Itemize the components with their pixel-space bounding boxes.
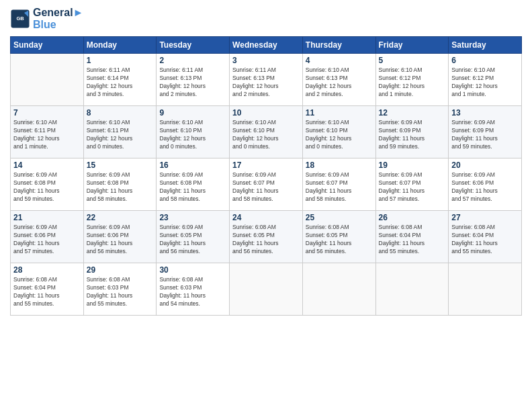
day-info: Sunrise: 6:10 AM Sunset: 6:11 PM Dayligh…	[87, 119, 154, 151]
calendar-cell	[449, 263, 522, 316]
calendar-cell	[302, 263, 375, 316]
day-info: Sunrise: 6:08 AM Sunset: 6:04 PM Dayligh…	[379, 224, 446, 256]
day-number: 19	[379, 161, 446, 170]
day-number: 23	[159, 213, 226, 222]
page-container: GB General► Blue SundayMondayTuesdayWedn…	[0, 0, 532, 322]
day-number: 4	[306, 56, 373, 65]
calendar-cell: 24Sunrise: 6:08 AM Sunset: 6:05 PM Dayli…	[230, 211, 303, 263]
day-info: Sunrise: 6:11 AM Sunset: 6:14 PM Dayligh…	[87, 66, 154, 99]
calendar-cell: 4Sunrise: 6:10 AM Sunset: 6:13 PM Daylig…	[302, 54, 375, 106]
calendar-cell: 13Sunrise: 6:09 AM Sunset: 6:09 PM Dayli…	[449, 106, 522, 158]
day-number: 13	[451, 108, 519, 118]
day-info: Sunrise: 6:11 AM Sunset: 6:13 PM Dayligh…	[232, 66, 300, 99]
day-number: 6	[451, 56, 519, 65]
day-number: 25	[306, 213, 373, 222]
day-number: 26	[379, 213, 446, 222]
day-number: 14	[13, 161, 81, 170]
calendar-cell: 25Sunrise: 6:08 AM Sunset: 6:05 PM Dayli…	[302, 211, 375, 263]
day-number: 2	[159, 56, 226, 65]
day-info: Sunrise: 6:09 AM Sunset: 6:07 PM Dayligh…	[379, 171, 446, 203]
day-info: Sunrise: 6:08 AM Sunset: 6:03 PM Dayligh…	[87, 276, 154, 308]
calendar-cell: 22Sunrise: 6:09 AM Sunset: 6:06 PM Dayli…	[83, 211, 157, 263]
day-number: 9	[159, 108, 226, 118]
calendar-cell: 10Sunrise: 6:10 AM Sunset: 6:10 PM Dayli…	[230, 106, 303, 158]
day-info: Sunrise: 6:10 AM Sunset: 6:12 PM Dayligh…	[451, 66, 519, 99]
calendar-cell	[11, 54, 84, 106]
day-info: Sunrise: 6:09 AM Sunset: 6:06 PM Dayligh…	[87, 224, 154, 256]
day-info: Sunrise: 6:08 AM Sunset: 6:03 PM Dayligh…	[159, 276, 226, 308]
calendar-header: SundayMondayTuesdayWednesdayThursdayFrid…	[11, 37, 522, 54]
calendar-cell: 26Sunrise: 6:08 AM Sunset: 6:04 PM Dayli…	[375, 211, 449, 263]
day-number: 3	[232, 56, 300, 65]
header-row: SundayMondayTuesdayWednesdayThursdayFrid…	[11, 37, 522, 54]
day-info: Sunrise: 6:11 AM Sunset: 6:13 PM Dayligh…	[159, 66, 226, 99]
calendar-cell: 1Sunrise: 6:11 AM Sunset: 6:14 PM Daylig…	[83, 54, 157, 106]
calendar-cell: 2Sunrise: 6:11 AM Sunset: 6:13 PM Daylig…	[157, 54, 230, 106]
day-number: 22	[87, 213, 154, 222]
day-number: 11	[306, 108, 373, 118]
day-number: 5	[379, 56, 446, 65]
calendar-cell: 12Sunrise: 6:09 AM Sunset: 6:09 PM Dayli…	[375, 106, 449, 158]
day-number: 17	[232, 161, 300, 170]
day-number: 7	[13, 108, 81, 118]
day-number: 1	[87, 56, 154, 65]
calendar-week-row: 28Sunrise: 6:08 AM Sunset: 6:04 PM Dayli…	[11, 263, 522, 316]
calendar-cell: 27Sunrise: 6:08 AM Sunset: 6:04 PM Dayli…	[449, 211, 522, 263]
calendar-cell: 16Sunrise: 6:09 AM Sunset: 6:08 PM Dayli…	[157, 158, 230, 211]
calendar-week-row: 21Sunrise: 6:09 AM Sunset: 6:06 PM Dayli…	[11, 211, 522, 263]
calendar-cell: 11Sunrise: 6:10 AM Sunset: 6:10 PM Dayli…	[302, 106, 375, 158]
calendar-cell: 14Sunrise: 6:09 AM Sunset: 6:08 PM Dayli…	[11, 158, 84, 211]
calendar-cell: 5Sunrise: 6:10 AM Sunset: 6:12 PM Daylig…	[375, 54, 449, 106]
day-info: Sunrise: 6:10 AM Sunset: 6:10 PM Dayligh…	[159, 119, 226, 151]
day-info: Sunrise: 6:10 AM Sunset: 6:11 PM Dayligh…	[13, 119, 81, 151]
day-info: Sunrise: 6:10 AM Sunset: 6:12 PM Dayligh…	[379, 66, 446, 99]
day-info: Sunrise: 6:09 AM Sunset: 6:07 PM Dayligh…	[306, 171, 373, 203]
header: GB General► Blue	[10, 7, 522, 31]
day-info: Sunrise: 6:10 AM Sunset: 6:10 PM Dayligh…	[306, 119, 373, 151]
calendar-body: 1Sunrise: 6:11 AM Sunset: 6:14 PM Daylig…	[11, 54, 522, 316]
day-info: Sunrise: 6:09 AM Sunset: 6:08 PM Dayligh…	[13, 171, 81, 203]
day-info: Sunrise: 6:09 AM Sunset: 6:09 PM Dayligh…	[451, 119, 519, 151]
calendar-cell: 19Sunrise: 6:09 AM Sunset: 6:07 PM Dayli…	[375, 158, 449, 211]
logo: GB General► Blue	[10, 7, 83, 31]
day-number: 28	[13, 265, 81, 275]
day-number: 12	[379, 108, 446, 118]
day-number: 27	[451, 213, 519, 222]
calendar-cell: 17Sunrise: 6:09 AM Sunset: 6:07 PM Dayli…	[230, 158, 303, 211]
calendar-cell	[230, 263, 303, 316]
calendar-week-row: 1Sunrise: 6:11 AM Sunset: 6:14 PM Daylig…	[11, 54, 522, 106]
calendar-cell: 15Sunrise: 6:09 AM Sunset: 6:08 PM Dayli…	[83, 158, 157, 211]
weekday-header: Monday	[83, 37, 157, 54]
calendar-cell: 7Sunrise: 6:10 AM Sunset: 6:11 PM Daylig…	[11, 106, 84, 158]
day-info: Sunrise: 6:09 AM Sunset: 6:06 PM Dayligh…	[451, 171, 519, 203]
day-info: Sunrise: 6:09 AM Sunset: 6:09 PM Dayligh…	[379, 119, 446, 151]
day-info: Sunrise: 6:08 AM Sunset: 6:04 PM Dayligh…	[451, 224, 519, 256]
day-info: Sunrise: 6:10 AM Sunset: 6:13 PM Dayligh…	[306, 66, 373, 99]
day-number: 20	[451, 161, 519, 170]
day-number: 15	[87, 161, 154, 170]
weekday-header: Friday	[375, 37, 449, 54]
weekday-header: Tuesday	[157, 37, 230, 54]
calendar-cell: 29Sunrise: 6:08 AM Sunset: 6:03 PM Dayli…	[83, 263, 157, 316]
calendar-table: SundayMondayTuesdayWednesdayThursdayFrid…	[10, 36, 522, 316]
calendar-cell: 20Sunrise: 6:09 AM Sunset: 6:06 PM Dayli…	[449, 158, 522, 211]
calendar-cell: 8Sunrise: 6:10 AM Sunset: 6:11 PM Daylig…	[83, 106, 157, 158]
calendar-cell: 23Sunrise: 6:09 AM Sunset: 6:05 PM Dayli…	[157, 211, 230, 263]
weekday-header: Wednesday	[230, 37, 303, 54]
calendar-cell	[375, 263, 449, 316]
logo-text: General► Blue	[33, 7, 83, 31]
weekday-header: Sunday	[11, 37, 84, 54]
calendar-cell: 18Sunrise: 6:09 AM Sunset: 6:07 PM Dayli…	[302, 158, 375, 211]
day-info: Sunrise: 6:10 AM Sunset: 6:10 PM Dayligh…	[232, 119, 300, 151]
day-info: Sunrise: 6:09 AM Sunset: 6:08 PM Dayligh…	[159, 171, 226, 203]
calendar-cell: 30Sunrise: 6:08 AM Sunset: 6:03 PM Dayli…	[157, 263, 230, 316]
day-info: Sunrise: 6:08 AM Sunset: 6:05 PM Dayligh…	[232, 224, 300, 256]
day-info: Sunrise: 6:09 AM Sunset: 6:06 PM Dayligh…	[13, 224, 81, 256]
calendar-cell: 6Sunrise: 6:10 AM Sunset: 6:12 PM Daylig…	[449, 54, 522, 106]
day-info: Sunrise: 6:08 AM Sunset: 6:04 PM Dayligh…	[13, 276, 81, 308]
day-number: 21	[13, 213, 81, 222]
weekday-header: Thursday	[302, 37, 375, 54]
calendar-cell: 3Sunrise: 6:11 AM Sunset: 6:13 PM Daylig…	[230, 54, 303, 106]
day-number: 8	[87, 108, 154, 118]
svg-text:GB: GB	[16, 15, 24, 21]
